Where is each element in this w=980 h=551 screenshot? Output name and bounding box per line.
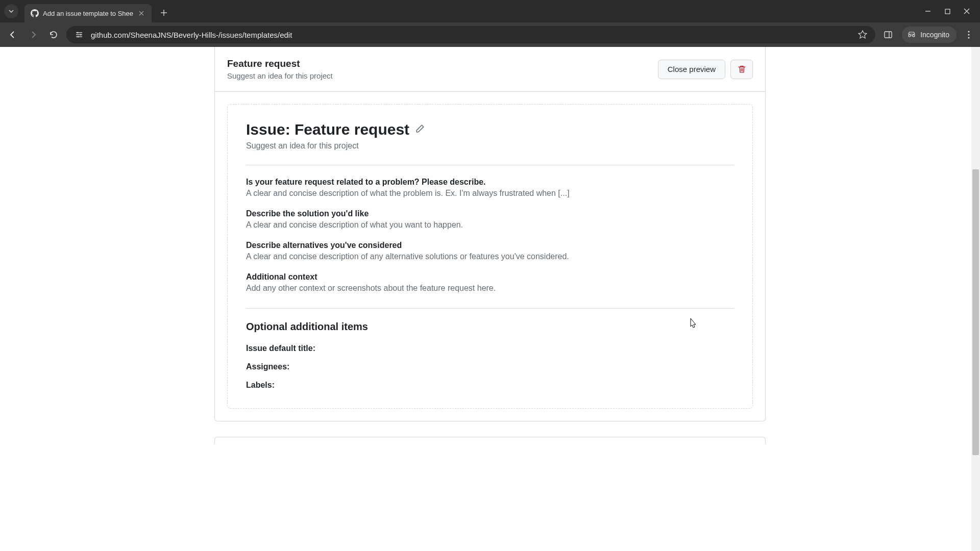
svg-point-2 [80, 34, 82, 36]
assignees-label: Assignees: [246, 362, 734, 371]
section-heading: Is your feature request related to a pro… [246, 178, 734, 187]
trash-icon [738, 65, 746, 73]
close-icon [139, 11, 144, 16]
template-section: Additional context Add any other context… [246, 272, 734, 293]
github-favicon-icon [31, 9, 39, 17]
browser-titlebar: Add an issue template to Shee [0, 0, 980, 22]
chevron-down-icon [8, 8, 14, 14]
section-description: A clear and concise description of what … [246, 220, 734, 230]
tune-icon [75, 30, 84, 39]
incognito-icon [907, 30, 916, 39]
url-text: github.com/SheenaJNS/Beverly-Hills-/issu… [91, 31, 851, 39]
issue-title: Issue: Feature request [246, 121, 409, 138]
delete-template-button[interactable] [730, 60, 753, 79]
default-title-label: Issue default title: [246, 344, 734, 353]
tab-search-button[interactable] [4, 4, 18, 18]
template-title: Feature request [227, 58, 658, 69]
browser-menu-button[interactable] [963, 29, 975, 41]
side-panel-button[interactable] [880, 27, 896, 42]
divider [246, 308, 734, 309]
scrollbar-track[interactable] [971, 47, 980, 551]
section-description: Add any other context or screenshots abo… [246, 284, 734, 293]
page-viewport: Feature request Suggest an idea for this… [0, 47, 980, 551]
section-description: A clear and concise description of what … [246, 189, 734, 198]
close-preview-button[interactable]: Close preview [658, 60, 725, 79]
section-heading: Describe the solution you'd like [246, 209, 734, 218]
maximize-button[interactable] [942, 6, 952, 16]
browser-toolbar: github.com/SheenaJNS/Beverly-Hills-/issu… [0, 22, 980, 47]
svg-rect-0 [945, 9, 950, 14]
svg-point-7 [968, 37, 969, 38]
kebab-icon [968, 31, 970, 39]
issue-subtitle: Suggest an idea for this project [246, 141, 734, 151]
forward-button[interactable] [26, 27, 41, 42]
minimize-button[interactable] [923, 6, 933, 16]
svg-point-1 [77, 32, 79, 34]
svg-point-5 [968, 31, 969, 32]
section-heading: Additional context [246, 272, 734, 282]
arrow-right-icon [29, 30, 38, 39]
divider [246, 165, 734, 165]
reload-icon [49, 30, 58, 39]
tab-close-button[interactable] [137, 9, 145, 17]
template-header: Feature request Suggest an idea for this… [215, 47, 765, 92]
incognito-indicator[interactable]: Incognito [902, 27, 957, 43]
site-info-button[interactable] [74, 29, 85, 40]
minimize-icon [925, 8, 931, 14]
window-controls [923, 6, 976, 16]
template-preview-panel: Issue: Feature request Suggest an idea f… [227, 104, 753, 409]
section-heading: Describe alternatives you've considered [246, 241, 734, 250]
template-card: Feature request Suggest an idea for this… [214, 47, 766, 421]
svg-point-6 [968, 34, 969, 35]
labels-label: Labels: [246, 381, 734, 390]
pencil-icon [415, 124, 425, 133]
browser-tab[interactable]: Add an issue template to Shee [24, 4, 152, 22]
plus-icon [160, 9, 167, 16]
template-section: Describe alternatives you've considered … [246, 241, 734, 261]
back-button[interactable] [5, 27, 20, 42]
edit-title-button[interactable] [415, 124, 425, 135]
svg-rect-4 [885, 32, 892, 38]
bookmark-button[interactable] [857, 29, 868, 40]
close-icon [964, 8, 970, 14]
svg-point-3 [78, 36, 79, 38]
section-description: A clear and concise description of any a… [246, 252, 734, 261]
next-template-card [214, 437, 766, 444]
tab-title: Add an issue template to Shee [43, 10, 133, 17]
address-bar[interactable]: github.com/SheenaJNS/Beverly-Hills-/issu… [66, 26, 875, 43]
incognito-label: Incognito [920, 31, 949, 39]
close-window-button[interactable] [962, 6, 972, 16]
arrow-left-icon [8, 30, 17, 39]
new-tab-button[interactable] [157, 6, 171, 20]
panel-icon [884, 30, 893, 39]
template-section: Is your feature request related to a pro… [246, 178, 734, 198]
template-section: Describe the solution you'd like A clear… [246, 209, 734, 230]
optional-items-heading: Optional additional items [246, 321, 734, 333]
star-icon [858, 30, 867, 39]
reload-button[interactable] [46, 27, 61, 42]
template-subtitle: Suggest an idea for this project [227, 71, 658, 80]
maximize-icon [945, 9, 950, 14]
scrollbar-thumb[interactable] [972, 169, 979, 455]
